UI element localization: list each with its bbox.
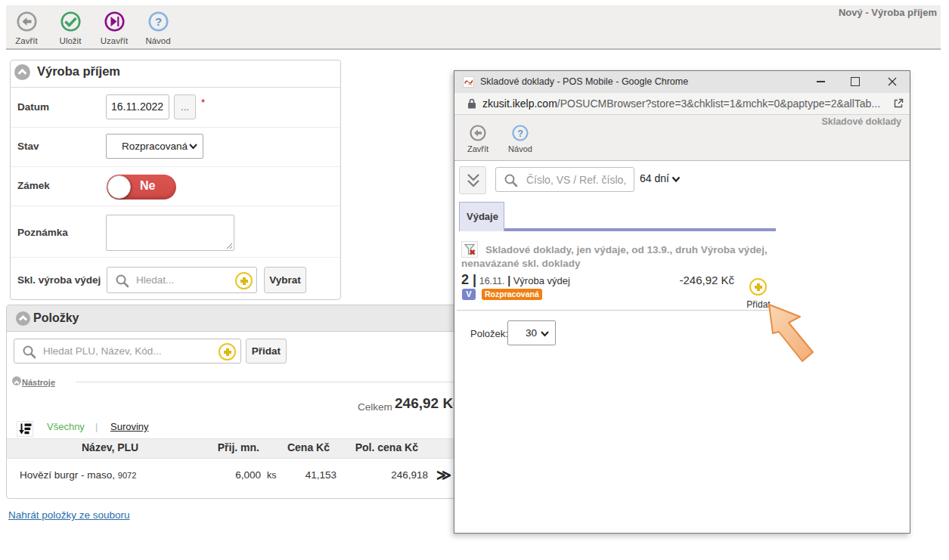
svg-text:?: ? <box>154 15 161 28</box>
svg-text:?: ? <box>517 128 523 139</box>
